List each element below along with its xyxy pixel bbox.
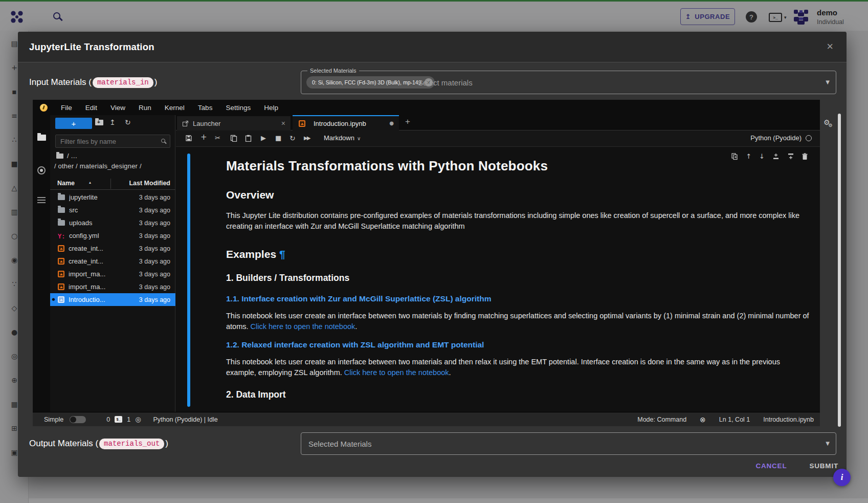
materials-out-code-chip: materials_out <box>99 439 164 449</box>
file-name: create_int... <box>69 257 103 265</box>
data-import-heading: 2. Data Import <box>226 389 810 400</box>
file-name: import_ma... <box>69 283 105 291</box>
mode-indicator[interactable]: Mode: Command <box>637 416 686 423</box>
restart-run-all-icon[interactable]: ▶▶ <box>304 136 309 141</box>
submit-button[interactable]: SUBMIT <box>809 462 838 470</box>
save-icon[interactable] <box>185 135 192 142</box>
unsaved-dot-icon: ● <box>50 298 57 301</box>
open-notebook-link[interactable]: Click here to open the notebook <box>344 368 449 377</box>
notebook-icon <box>58 283 64 290</box>
material-chip[interactable]: 0: Si, Silicon, FCC (Fd-3m) 3D (Bulk), m… <box>306 76 435 89</box>
notebook-toolbar: + ✂ ▶ ■ ↻ ▶▶ Markdown∨ Python (Pyodide) <box>176 130 820 147</box>
new-tab-icon[interactable]: + <box>405 117 410 127</box>
new-folder-icon[interactable] <box>95 119 103 127</box>
simple-mode-label: Simple <box>44 416 63 423</box>
close-icon[interactable]: × <box>827 40 833 53</box>
file-modified: 3 days ago <box>139 271 170 278</box>
menu-view[interactable]: View <box>110 104 125 112</box>
sort-asc-icon: ▴ <box>89 181 91 185</box>
table-of-contents-icon[interactable] <box>37 197 46 203</box>
kernels-count[interactable]: 1 <box>127 416 130 423</box>
menu-help[interactable]: Help <box>264 104 278 112</box>
menu-tabs[interactable]: Tabs <box>198 104 213 112</box>
yaml-icon <box>58 232 65 239</box>
menu-settings[interactable]: Settings <box>226 104 251 112</box>
cut-icon[interactable]: ✂ <box>215 135 220 141</box>
statusbar-filename[interactable]: Introduction.ipynb <box>763 416 814 423</box>
tab-launcher[interactable]: Launcher × <box>177 116 291 130</box>
notebook-content[interactable]: ↑ ↓ Materials Transformations with Pytho… <box>176 147 820 412</box>
simple-mode-toggle[interactable] <box>70 416 86 423</box>
refresh-icon[interactable]: ↻ <box>125 119 131 126</box>
trust-shield-icon: ⊗ <box>700 416 706 423</box>
kernel-ring-icon: ◎ <box>135 416 141 423</box>
kernel-status-label[interactable]: Python (Pyodide) | Idle <box>153 416 217 423</box>
input-materials-select[interactable]: Selected Materials 0: Si, Silicon, FCC (… <box>301 71 836 94</box>
pilcrow-anchor[interactable]: ¶ <box>279 248 285 260</box>
file-row[interactable]: ●Introductio...3 days ago <box>50 293 175 306</box>
file-name: jupyterlite <box>69 193 98 201</box>
breadcrumb-path[interactable]: / other / materials_designer / <box>54 162 142 170</box>
filter-files-input[interactable] <box>56 135 170 147</box>
copy-icon[interactable] <box>230 135 237 142</box>
tab-introduction-notebook[interactable]: Introduction.ipynb ● <box>293 115 399 130</box>
new-launcher-button[interactable]: + <box>55 118 92 129</box>
settings-gears-icon[interactable]: ⚙⚙ <box>824 118 834 127</box>
overview-heading: Overview <box>226 189 810 201</box>
terminals-count[interactable]: 0 <box>106 416 110 423</box>
file-row[interactable]: import_ma...3 days ago <box>50 280 175 293</box>
active-cell-indicator[interactable] <box>187 154 190 407</box>
file-list-header[interactable]: Name ▴ Last Modified <box>50 178 175 190</box>
file-row[interactable]: src3 days ago <box>50 204 175 216</box>
folder-icon <box>58 207 65 213</box>
column-divider <box>110 179 111 189</box>
menu-edit[interactable]: Edit <box>85 104 97 112</box>
breadcrumb[interactable]: / … <box>56 152 77 160</box>
dropdown-caret-icon[interactable]: ▼ <box>826 80 830 85</box>
item-1-2-paragraph: This notebook lets user create an interf… <box>226 357 810 378</box>
file-row[interactable]: import_ma...3 days ago <box>50 268 175 280</box>
dialog-title: JupyterLite Transformation <box>29 32 154 62</box>
cancel-button[interactable]: CANCEL <box>755 462 787 470</box>
menu-run[interactable]: Run <box>139 104 151 112</box>
file-row[interactable]: config.yml3 days ago <box>50 229 175 242</box>
terminal-icon: $_ <box>115 416 122 423</box>
running-kernels-icon[interactable] <box>37 166 46 174</box>
close-tab-icon[interactable]: × <box>281 119 285 127</box>
insert-cell-icon[interactable]: + <box>201 134 207 141</box>
jupyterlab-frame: FileEditViewRunKernelTabsSettingsHelp + … <box>33 100 820 426</box>
dropdown-caret-icon[interactable]: ▼ <box>826 441 830 446</box>
folder-icon <box>58 194 65 200</box>
select-materials-placeholder: Select materials <box>418 78 473 87</box>
restart-kernel-icon[interactable]: ↻ <box>290 135 296 142</box>
run-icon[interactable]: ▶ <box>261 135 266 141</box>
notebook-icon <box>58 245 64 252</box>
search-icon <box>161 139 165 143</box>
stop-icon[interactable]: ■ <box>275 135 281 141</box>
output-materials-select[interactable]: Selected Materials ▼ <box>301 432 836 455</box>
menu-kernel[interactable]: Kernel <box>165 104 185 112</box>
file-name: src <box>69 206 78 214</box>
filter-files-box <box>55 135 170 148</box>
file-name: config.yml <box>69 232 99 239</box>
info-fab-button[interactable]: i <box>833 469 851 486</box>
kernel-indicator[interactable]: Python (Pyodide) <box>750 134 812 142</box>
file-row[interactable]: create_int...3 days ago <box>50 242 175 255</box>
cursor-position[interactable]: Ln 1, Col 1 <box>719 416 750 423</box>
upload-icon[interactable]: ↥ <box>109 119 116 126</box>
file-row[interactable]: uploads3 days ago <box>50 216 175 229</box>
paste-icon[interactable] <box>245 135 252 142</box>
cell-type-dropdown[interactable]: Markdown∨ <box>324 134 361 142</box>
menu-file[interactable]: File <box>61 104 72 112</box>
file-browser-panel: + ↥ ↻ / … / other / materials_designer /… <box>50 115 175 412</box>
open-notebook-link[interactable]: Click here to open the notebook <box>251 322 355 331</box>
dialog-scrollbar[interactable] <box>838 114 841 427</box>
item-1-1-heading[interactable]: 1.1. Interface creation with Zur and McG… <box>226 294 810 303</box>
file-name: Introductio... <box>69 296 105 303</box>
file-row[interactable]: create_int...3 days ago <box>50 255 175 268</box>
item-1-2-heading[interactable]: 1.2. Relaxed interface creation with ZSL… <box>226 340 810 349</box>
jupyterlite-transformation-dialog: JupyterLite Transformation × Input Mater… <box>18 32 847 477</box>
file-row[interactable]: jupyterlite3 days ago <box>50 191 175 204</box>
folder-icon <box>58 220 65 226</box>
file-browser-icon[interactable] <box>37 135 46 141</box>
